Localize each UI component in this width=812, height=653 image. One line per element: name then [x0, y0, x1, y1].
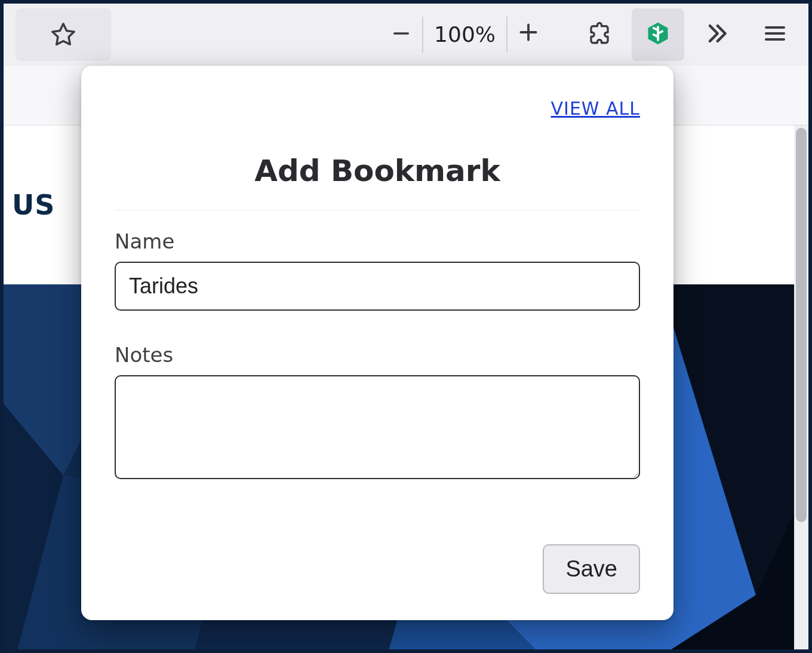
name-label: Name [115, 229, 640, 253]
zoom-out-button[interactable] [380, 11, 422, 59]
scrollbar-thumb[interactable] [796, 128, 807, 522]
bookmark-popup: VIEW ALL Add Bookmark Name Notes Save [81, 66, 673, 620]
zoom-controls: 100% [380, 11, 549, 59]
view-all-link[interactable]: VIEW ALL [551, 98, 640, 119]
active-extension-button[interactable] [632, 8, 684, 61]
zoom-in-button[interactable] [508, 11, 549, 59]
chevron-double-right-icon [703, 20, 730, 49]
overflow-button[interactable] [690, 8, 743, 61]
star-icon [50, 21, 77, 48]
tree-icon [645, 20, 671, 49]
vertical-scrollbar[interactable] [794, 125, 808, 649]
main-menu-button[interactable] [749, 8, 801, 61]
popup-title: Add Bookmark [115, 154, 640, 210]
puzzle-icon [587, 21, 612, 48]
notes-label: Notes [115, 343, 640, 367]
bookmark-page-button[interactable] [16, 8, 111, 61]
browser-toolbar: 100% [4, 4, 808, 66]
save-button[interactable]: Save [543, 544, 640, 594]
hamburger-icon [763, 22, 787, 48]
name-input[interactable] [115, 262, 640, 311]
minus-icon [391, 19, 411, 50]
plus-icon [517, 19, 540, 50]
zoom-level[interactable]: 100% [422, 17, 508, 53]
page-heading-fragment: US [12, 189, 55, 221]
notes-input[interactable] [115, 375, 640, 479]
extensions-button[interactable] [573, 8, 626, 61]
